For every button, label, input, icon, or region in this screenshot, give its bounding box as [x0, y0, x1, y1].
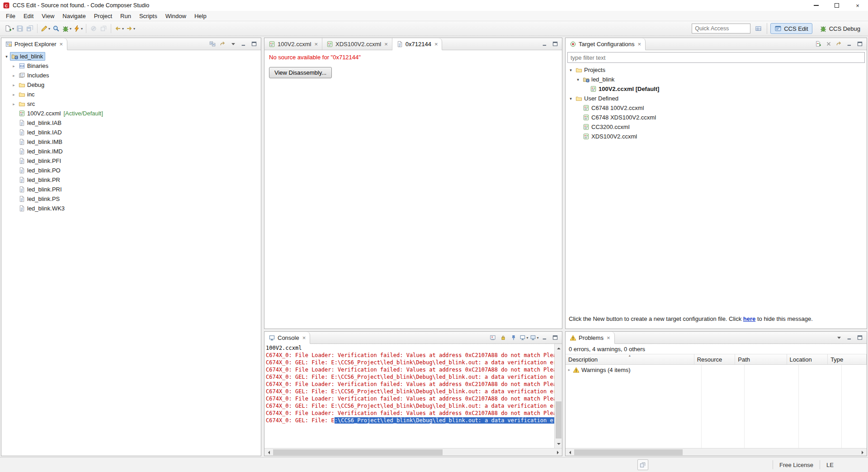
project-explorer-item-led-blink-wk3[interactable]: led_blink.WK3 — [1, 204, 261, 213]
close-icon[interactable]: × — [302, 334, 306, 341]
link-with-editor-button[interactable] — [835, 39, 844, 48]
ccs-debug-perspective-button[interactable]: CCS Debug — [816, 23, 864, 34]
scroll-right-icon[interactable] — [859, 448, 867, 456]
project-explorer-item-100v2-ccxml[interactable]: 100V2.ccxml [Active/Default] — [1, 109, 261, 118]
column-header-resource[interactable]: Resource — [694, 354, 736, 364]
chevron-expanded-icon[interactable]: ▾ — [3, 54, 10, 59]
editor-tab-0x712144[interactable]: 0x712144× — [392, 38, 443, 50]
minimize-button[interactable] — [845, 333, 854, 342]
scrollbar-thumb[interactable] — [556, 401, 561, 439]
menu-edit[interactable]: Edit — [19, 12, 38, 20]
edit-pencil-button[interactable]: ▾ — [40, 23, 51, 34]
back-button[interactable]: ▾ — [113, 23, 125, 34]
clear-console-button[interactable] — [488, 333, 497, 342]
project-explorer-item-led-blink[interactable]: ▾Cled_blink — [1, 52, 261, 61]
scroll-down-icon[interactable] — [555, 440, 562, 448]
maximize-button[interactable] — [855, 333, 864, 342]
tab-project-explorer[interactable]: Project Explorer × — [1, 38, 67, 50]
link-with-editor-button[interactable] — [218, 39, 227, 48]
minimized-views-button[interactable] — [637, 459, 648, 470]
minimize-button[interactable] — [239, 39, 248, 48]
minimize-button[interactable] — [540, 333, 549, 342]
target-configurations-item-led-blink[interactable]: ▾Cled_blink — [566, 75, 867, 84]
chevron-expanded-icon[interactable]: ▾ — [567, 96, 574, 101]
menu-scripts[interactable]: Scripts — [135, 12, 161, 20]
column-header-location[interactable]: Location — [787, 354, 828, 364]
close-icon[interactable]: × — [638, 41, 642, 48]
menu-file[interactable]: File — [2, 12, 19, 20]
forward-button[interactable]: ▾ — [125, 23, 136, 34]
new-target-configuration-button[interactable] — [814, 39, 823, 48]
project-explorer-item-led-blink-pfi[interactable]: led_blink.PFI — [1, 156, 261, 166]
close-icon[interactable]: × — [59, 41, 63, 48]
menu-help[interactable]: Help — [190, 12, 211, 20]
collapse-all-button[interactable] — [208, 39, 217, 48]
scroll-lock-button[interactable] — [499, 333, 508, 342]
menu-project[interactable]: Project — [90, 12, 116, 20]
chevron-collapsed-icon[interactable]: ▸ — [10, 73, 17, 78]
project-explorer-item-led-blink-po[interactable]: led_blink.PO — [1, 166, 261, 175]
menu-window[interactable]: Window — [161, 12, 190, 20]
target-configurations-item-user-defined[interactable]: ▾User Defined — [566, 94, 867, 103]
scroll-right-icon[interactable] — [554, 448, 562, 456]
open-perspective-button[interactable] — [754, 23, 764, 34]
problems-horizontal-scrollbar[interactable] — [566, 448, 867, 456]
view-disassembly-button[interactable]: View Disassembly... — [269, 67, 332, 78]
chevron-collapsed-icon[interactable]: ▸ — [10, 92, 17, 97]
column-header-description[interactable]: Description▴ — [566, 354, 694, 364]
scrollbar-thumb[interactable] — [273, 449, 443, 455]
view-menu-button[interactable] — [229, 39, 238, 48]
delete-button[interactable] — [824, 39, 833, 48]
ccs-edit-perspective-button[interactable]: CCS Edit — [770, 23, 812, 34]
maximize-button[interactable] — [855, 39, 864, 48]
target-configurations-item-c6748-xds100v2-ccxml[interactable]: C6748 XDS100V2.ccxml — [566, 113, 867, 122]
chevron-collapsed-icon[interactable]: ▸ — [566, 367, 573, 372]
hide-message-link[interactable]: here — [743, 315, 755, 322]
console-vertical-scrollbar[interactable] — [554, 344, 562, 448]
tab-console[interactable]: Console × — [264, 332, 310, 344]
quick-access-input[interactable] — [692, 24, 750, 33]
maximize-button[interactable] — [551, 333, 560, 342]
editor-tab-100v2-ccxml[interactable]: 100V2.ccxml× — [264, 38, 322, 50]
debug-button[interactable]: ▾ — [61, 23, 72, 34]
view-menu-button[interactable] — [835, 333, 844, 342]
project-explorer-item-led-blink-ps[interactable]: led_blink.PS — [1, 194, 261, 204]
menu-view[interactable]: View — [38, 12, 58, 20]
minimize-window-button[interactable] — [806, 0, 826, 11]
target-configurations-item-projects[interactable]: ▾Projects — [566, 65, 867, 75]
close-icon[interactable]: × — [434, 41, 438, 48]
chevron-collapsed-icon[interactable]: ▸ — [10, 64, 17, 68]
menu-run[interactable]: Run — [116, 12, 135, 20]
project-explorer-item-led-blink-iad[interactable]: led_blink.IAD — [1, 128, 261, 137]
problems-row-warnings-4-items-[interactable]: ▸Warnings (4 items) — [566, 365, 867, 375]
menu-navigate[interactable]: Navigate — [58, 12, 90, 20]
maximize-button[interactable] — [551, 39, 560, 48]
display-selected-console-button[interactable]: ▾ — [519, 333, 528, 342]
close-window-button[interactable]: × — [847, 0, 868, 11]
project-explorer-item-src[interactable]: ▸src — [1, 99, 261, 109]
project-explorer-item-led-blink-pri[interactable]: led_blink.PRI — [1, 185, 261, 194]
chevron-expanded-icon[interactable]: ▾ — [575, 77, 581, 82]
editor-tab-xds100v2-ccxml[interactable]: XDS100V2.ccxml× — [322, 38, 392, 50]
project-explorer-item-inc[interactable]: ▸inc — [1, 90, 261, 99]
project-explorer-item-led-blink-iab[interactable]: led_blink.IAB — [1, 118, 261, 128]
scroll-left-icon[interactable] — [566, 448, 573, 456]
open-console-button[interactable]: ▾ — [530, 333, 539, 342]
close-icon[interactable]: × — [607, 334, 610, 341]
pin-console-button[interactable] — [509, 333, 518, 342]
chevron-expanded-icon[interactable]: ▾ — [567, 68, 574, 72]
scroll-left-icon[interactable] — [264, 448, 272, 456]
save-button[interactable] — [15, 23, 25, 34]
chevron-collapsed-icon[interactable]: ▸ — [10, 102, 17, 106]
maximize-window-button[interactable] — [826, 0, 847, 11]
scrollbar-thumb[interactable] — [574, 449, 683, 455]
project-explorer-item-led-blink-pr[interactable]: led_blink.PR — [1, 175, 261, 185]
restore-views-button[interactable] — [99, 23, 108, 34]
scroll-up-icon[interactable] — [555, 344, 562, 352]
console-horizontal-scrollbar[interactable] — [264, 448, 562, 456]
column-header-type[interactable]: Type — [828, 354, 867, 364]
target-configurations-item-c6748-100v2-ccxml[interactable]: C6748 100V2.ccxml — [566, 103, 867, 113]
column-header-path[interactable]: Path — [735, 354, 787, 364]
filter-input[interactable] — [567, 52, 865, 63]
project-explorer-item-led-blink-imb[interactable]: led_blink.IMB — [1, 137, 261, 147]
